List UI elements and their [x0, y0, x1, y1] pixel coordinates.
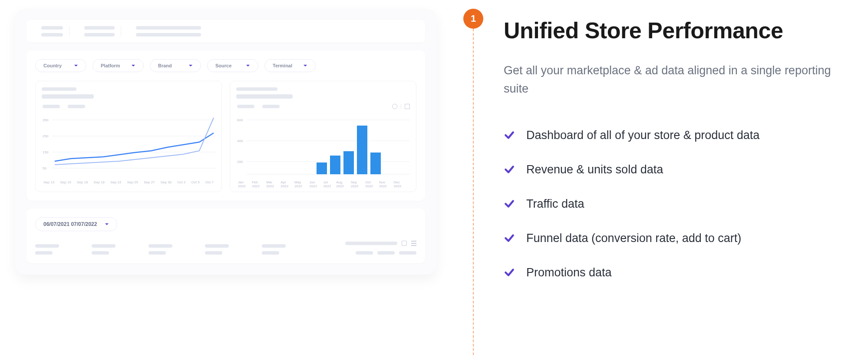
caret-down-icon: [105, 222, 109, 226]
y-tick: 150: [43, 150, 49, 154]
grid-toggle-icon[interactable]: [402, 241, 407, 246]
caret-down-icon: [188, 63, 193, 68]
feature-list: Dashboard of all of your store & product…: [504, 129, 851, 279]
list-toggle-icon[interactable]: [411, 241, 416, 246]
line-chart-card: 350 250 150 50 Sep 13Sep 15S: [35, 81, 222, 192]
y-tick: 350: [43, 118, 49, 122]
feature-item: Funnel data (conversion rate, add to car…: [504, 232, 851, 245]
svg-rect-11: [357, 126, 367, 174]
feature-item: Traffic data: [504, 197, 851, 211]
filters-row: Country Platform Brand Source Terminal: [35, 59, 416, 72]
filters-card: Country Platform Brand Source Terminal: [26, 50, 425, 201]
step-number: 1: [471, 13, 476, 24]
timeline-line: [473, 29, 474, 355]
check-icon: [504, 164, 515, 175]
check-icon: [504, 129, 515, 141]
check-icon: [504, 267, 515, 278]
caret-down-icon: [246, 63, 250, 68]
filter-label: Terminal: [273, 63, 292, 68]
feature-text: Funnel data (conversion rate, add to car…: [526, 232, 741, 245]
bar-chart-card: 600 400 200: [230, 81, 416, 192]
section-subheading: Get all your marketplace & ad data align…: [504, 62, 834, 98]
caret-down-icon: [74, 63, 78, 68]
dashboard-mock: Country Platform Brand Source Terminal: [15, 9, 436, 275]
line-chart: 350 250 150 50: [42, 113, 215, 179]
svg-rect-10: [343, 151, 354, 174]
check-icon: [504, 232, 515, 244]
table-header-skeleton: [35, 241, 416, 255]
y-tick: 250: [43, 134, 49, 138]
y-tick: 400: [237, 139, 243, 143]
date-range-label: 06/07/2021 07/07/2022: [43, 221, 97, 227]
section-heading: Unified Store Performance: [504, 17, 851, 43]
check-icon: [504, 198, 515, 209]
y-tick: 600: [237, 118, 243, 122]
filter-label: Brand: [158, 63, 172, 68]
svg-rect-12: [370, 153, 381, 174]
filter-brand[interactable]: Brand: [150, 59, 201, 72]
svg-rect-9: [330, 156, 340, 174]
filter-source[interactable]: Source: [207, 59, 258, 72]
x-axis-labels: Sep 13Sep 15Sep 18Sep 18Sep 22Sep 25Sep …: [42, 179, 215, 184]
feature-item: Dashboard of all of your store & product…: [504, 129, 851, 142]
feature-text: Promotions data: [526, 266, 612, 279]
svg-rect-8: [317, 163, 327, 174]
filter-terminal[interactable]: Terminal: [264, 59, 316, 72]
caret-down-icon: [131, 63, 135, 68]
breadcrumb-bar: [26, 20, 425, 43]
chart-divider: [401, 104, 401, 109]
filter-platform[interactable]: Platform: [92, 59, 144, 72]
chart-expand-icon[interactable]: [405, 104, 410, 109]
chart-settings-icon[interactable]: [392, 104, 397, 109]
y-tick: 50: [43, 166, 46, 170]
lower-card: 06/07/2021 07/07/2022: [26, 209, 425, 263]
bar-chart: 600 400 200: [236, 113, 410, 179]
feature-item: Revenue & units sold data: [504, 163, 851, 176]
date-range-picker[interactable]: 06/07/2021 07/07/2022: [35, 217, 117, 231]
feature-text: Traffic data: [526, 197, 584, 211]
y-tick: 200: [237, 160, 243, 164]
x-axis-labels: Jan 2022Feb 2022Mar 2022Apr 2022May 2022…: [236, 179, 410, 188]
feature-text: Revenue & units sold data: [526, 163, 663, 176]
step-number-badge: 1: [463, 9, 483, 29]
feature-item: Promotions data: [504, 266, 851, 279]
feature-text: Dashboard of all of your store & product…: [526, 129, 759, 142]
caret-down-icon: [303, 63, 307, 68]
filter-label: Platform: [101, 63, 120, 68]
filter-label: Source: [215, 63, 231, 68]
filter-country[interactable]: Country: [35, 59, 86, 72]
filter-label: Country: [43, 63, 62, 68]
